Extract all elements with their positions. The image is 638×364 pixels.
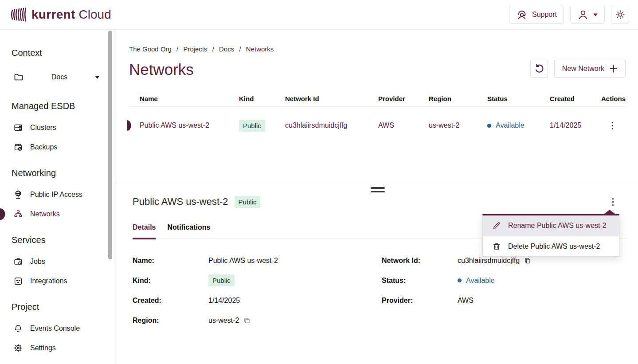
status-dot-icon: [458, 278, 462, 282]
theme-toggle-button[interactable]: [611, 6, 629, 23]
network-id-text: cu3hlaiirsdmuidcjffg: [458, 257, 520, 265]
sidebar-heading-managed-esdb: Managed ESDB: [12, 101, 106, 111]
sidebar-item-label: Integrations: [30, 277, 67, 285]
sidebar-item-events-console[interactable]: Events Console: [11, 319, 106, 338]
field-value-provider: AWS: [458, 297, 626, 305]
field-label-region: Region:: [133, 317, 208, 325]
sidebar-item-public-ip-access[interactable]: Public IP Access: [11, 185, 106, 204]
sidebar-item-integrations[interactable]: Integrations: [11, 271, 106, 291]
sidebar-item-label: Jobs: [30, 258, 45, 266]
person-icon: [577, 9, 589, 20]
sidebar-group-networking: Public IP Access Networks: [11, 185, 106, 224]
plus-icon: [610, 65, 618, 73]
kind-badge: Public: [208, 274, 235, 286]
status-badge: Available: [487, 121, 524, 129]
detail-actions-menu: Rename Public AWS us-west-2 Delete Publi…: [482, 214, 619, 257]
field-value-name: Public AWS us-west-2: [208, 257, 382, 265]
chevron-down-icon: [593, 13, 598, 16]
menu-item-label: Delete Public AWS us-west-2: [508, 243, 600, 250]
menu-arrow: [604, 210, 615, 214]
copy-region-button[interactable]: [243, 317, 251, 324]
splitter-handle[interactable]: [371, 187, 385, 192]
cell-actions: [599, 120, 626, 132]
sidebar-item-clusters[interactable]: Clusters: [11, 118, 106, 137]
sidebar-item-jobs[interactable]: Jobs: [11, 252, 106, 271]
copy-network-id-button[interactable]: [524, 257, 531, 264]
refresh-icon: [534, 63, 544, 74]
active-item-marker: [0, 208, 5, 220]
new-network-label: New Network: [562, 65, 604, 73]
field-value-status: Available: [458, 277, 626, 285]
context-project-selector[interactable]: Docs: [11, 67, 106, 87]
page-title: Networks: [129, 61, 194, 78]
briefcase-clock-icon: [13, 257, 23, 266]
column-header-region: Region: [429, 95, 487, 102]
cell-name: Public AWS us-west-2: [129, 121, 239, 129]
field-label-status: Status:: [382, 277, 458, 285]
new-network-button[interactable]: New Network: [554, 60, 626, 78]
server-stack-icon: [13, 123, 23, 133]
breadcrumb-projects[interactable]: Projects: [183, 45, 207, 53]
headset-icon: [516, 9, 528, 20]
support-label: Support: [532, 11, 557, 19]
sidebar-heading-networking: Networking: [12, 168, 106, 178]
account-menu-button[interactable]: [570, 6, 605, 23]
tab-details[interactable]: Details: [133, 223, 156, 239]
column-header-kind: Kind: [239, 95, 285, 102]
table-row-network[interactable]: Public AWS us-west-2 Public cu3hlaiirsdm…: [129, 107, 626, 144]
sidebar-item-label: Backups: [30, 143, 57, 151]
support-button[interactable]: Support: [509, 6, 564, 23]
status-dot-icon: [487, 124, 491, 128]
column-header-actions: Actions: [599, 95, 626, 102]
cell-region: us-west-2: [429, 121, 487, 129]
sidebar-item-label: Events Console: [30, 325, 80, 333]
gear-icon: [13, 343, 23, 353]
field-value-created: 1/14/2025: [208, 297, 382, 305]
sidebar-group-managed-esdb: Clusters Backups: [11, 118, 106, 157]
sidebar-item-backups[interactable]: Backups: [11, 137, 106, 157]
refresh-button[interactable]: [530, 60, 548, 78]
cell-status: Available: [487, 121, 550, 130]
page-actions: New Network: [530, 60, 626, 78]
cell-provider: AWS: [378, 121, 429, 129]
field-label-network-id: Network Id:: [382, 257, 458, 265]
field-value-kind: Public: [208, 274, 382, 286]
field-value-network-id: cu3hlaiirsdmuidcjffg: [458, 257, 626, 265]
breadcrumb-separator: /: [176, 45, 178, 53]
sidebar-heading-context: Context: [12, 47, 106, 58]
field-label-kind: Kind:: [133, 277, 208, 285]
sidebar-group-project: Events Console Settings: [11, 319, 106, 358]
top-bar: kurrent Cloud Support: [0, 0, 638, 30]
caret-down-icon: [95, 76, 100, 79]
field-value-region: us-west-2: [208, 317, 382, 325]
panel-divider: [115, 183, 638, 183]
menu-item-label: Rename Public AWS us-west-2: [508, 222, 607, 230]
sidebar-heading-services: Services: [12, 235, 106, 245]
detail-kind-badge: Public: [235, 196, 261, 208]
menu-item-delete[interactable]: Delete Public AWS us-west-2: [483, 236, 619, 256]
row-actions-kebab-button[interactable]: [610, 120, 615, 132]
sidebar: Context Docs Managed ESDB: [0, 30, 114, 364]
sidebar-item-networks[interactable]: Networks: [11, 204, 106, 224]
bell-icon: [13, 324, 23, 333]
org-chart-icon: [13, 209, 23, 219]
logo-text-secondary: Cloud: [79, 8, 111, 22]
kurrent-cloud-logo[interactable]: kurrent Cloud: [11, 7, 111, 22]
detail-fields: Name: Public AWS us-west-2 Network Id: c…: [133, 250, 626, 330]
menu-item-rename[interactable]: Rename Public AWS us-west-2: [483, 215, 619, 236]
region-text: us-west-2: [208, 317, 239, 325]
app-window: kurrent Cloud Support: [0, 0, 638, 364]
sidebar-scrollbar[interactable]: [108, 31, 112, 259]
breadcrumb-project-docs[interactable]: Docs: [219, 45, 234, 53]
kind-badge: Public: [239, 120, 265, 132]
detail-actions-kebab-button[interactable]: [607, 196, 619, 208]
detail-title: Public AWS us-west-2: [133, 195, 228, 209]
breadcrumb-org[interactable]: The Good Org: [129, 45, 172, 53]
box-check-icon: [13, 142, 23, 152]
sidebar-item-settings[interactable]: Settings: [11, 338, 106, 358]
column-header-name: Name: [129, 95, 239, 102]
column-header-created: Created: [550, 95, 599, 102]
sidebar-group-services: Jobs Integrations: [11, 252, 106, 291]
tab-notifications[interactable]: Notifications: [167, 223, 210, 239]
sidebar-heading-project: Project: [12, 301, 106, 312]
